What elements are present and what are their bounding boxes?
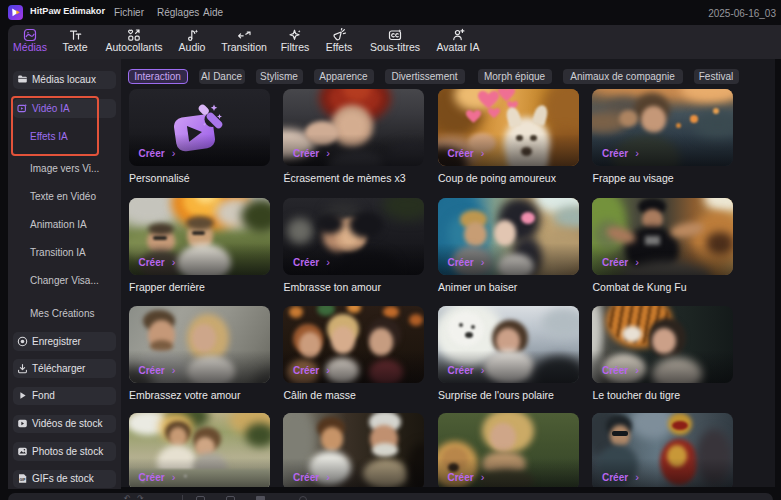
svg-text:GIF: GIF — [20, 478, 27, 482]
